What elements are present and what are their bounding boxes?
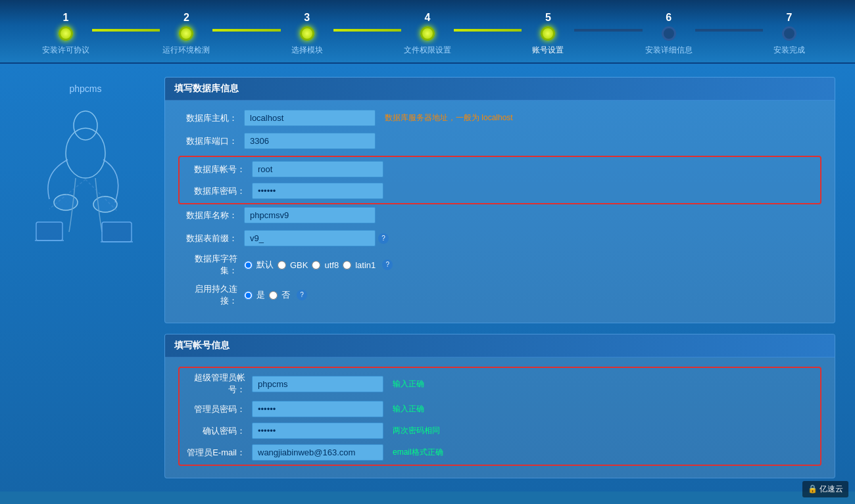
admin-email-label: 管理员E-mail：	[186, 447, 252, 459]
step-1-dot	[59, 26, 73, 41]
step-2-dot	[179, 26, 193, 41]
persist-no-radio[interactable]	[269, 291, 278, 300]
persist-help-icon[interactable]: ?	[297, 290, 307, 300]
illustration-svg	[30, 101, 141, 258]
db-highlight-group: 数据库帐号： 数据库密码：	[178, 156, 821, 204]
db-host-label: 数据库主机：	[178, 112, 244, 124]
step-4-number: 4	[425, 12, 431, 24]
step-1-number: 1	[63, 12, 69, 24]
admin-email-input[interactable]	[252, 444, 383, 461]
db-persist-label: 启用持久连接：	[178, 283, 244, 307]
db-password-label: 数据库密码：	[186, 185, 252, 197]
step-1: 1 安装许可协议	[39, 12, 92, 56]
db-password-row: 数据库密码：	[186, 183, 814, 199]
db-port-label: 数据库端口：	[178, 135, 244, 147]
step-7-dot	[782, 26, 796, 41]
step-3: 3 选择模块	[281, 12, 333, 56]
step-5-number: 5	[545, 12, 551, 24]
step-3-number: 3	[304, 12, 310, 24]
step-4-dot	[420, 26, 435, 41]
db-charset-row: 数据库字符集： 默认 GBK utf8 latin1 ?	[178, 253, 821, 277]
charset-default-radio[interactable]	[244, 261, 253, 269]
step-4-label: 文件权限设置	[404, 45, 451, 56]
connector-6	[695, 29, 763, 32]
step-3-dot	[300, 26, 314, 41]
db-charset-label: 数据库字符集：	[178, 253, 244, 277]
step-5: 5 账号设置	[522, 12, 574, 56]
admin-account-hint: 输入正确	[393, 378, 424, 390]
db-charset-radios: 默认 GBK utf8 latin1 ?	[244, 259, 393, 271]
watermark: 🔒 亿速云	[802, 481, 848, 497]
db-prefix-input[interactable]	[244, 230, 376, 246]
connector-4	[454, 29, 522, 32]
admin-email-row: 管理员E-mail： email格式正确	[186, 444, 814, 461]
connector-5	[574, 29, 642, 32]
db-account-input[interactable]	[252, 161, 383, 177]
confirm-password-row: 确认密码： 两次密码相同	[186, 423, 814, 439]
step-7-number: 7	[787, 12, 793, 24]
db-prefix-row: 数据表前缀： ?	[178, 230, 821, 246]
confirm-password-hint: 两次密码相同	[393, 425, 440, 436]
db-host-row: 数据库主机： 数据库服务器地址，一般为 localhost	[178, 110, 821, 126]
confirm-password-label: 确认密码：	[186, 425, 252, 437]
confirm-password-input[interactable]	[252, 423, 383, 439]
progress-bar-section: 1 安装许可协议 2 运行环境检测 3 选择模块 4 文件权限设置 5 账号设置	[0, 0, 855, 64]
charset-gbk-label: GBK	[290, 260, 308, 270]
db-host-hint: 数据库服务器地址，一般为 localhost	[385, 112, 513, 124]
step-2-label: 运行环境检测	[162, 45, 210, 56]
charset-utf8-radio[interactable]	[312, 261, 320, 269]
charset-help-icon[interactable]: ?	[382, 260, 393, 270]
svg-point-0	[66, 128, 105, 178]
charset-gbk-radio[interactable]	[278, 261, 286, 269]
steps-row: 1 安装许可协议 2 运行环境检测 3 选择模块 4 文件权限设置 5 账号设置	[0, 12, 855, 56]
step-6-number: 6	[666, 12, 672, 24]
phpcms-logo: phpcms	[69, 83, 101, 94]
db-persist-row: 启用持久连接： 是 否 ?	[178, 283, 821, 307]
right-panel: 填写数据库信息 数据库主机： 数据库服务器地址，一般为 localhost 数据…	[164, 77, 835, 478]
account-section-title: 填写帐号信息	[165, 334, 835, 357]
charset-latin1-label: latin1	[355, 260, 376, 270]
db-name-label: 数据库名称：	[178, 210, 244, 221]
persist-yes-label: 是	[256, 289, 265, 301]
admin-email-hint: email格式正确	[393, 447, 443, 458]
db-port-input[interactable]	[244, 133, 376, 149]
admin-account-row: 超级管理员帐号： 输入正确	[186, 372, 814, 396]
db-prefix-help-icon[interactable]: ?	[378, 233, 389, 244]
account-form-section: 填写帐号信息 超级管理员帐号： 输入正确 管理员密码： 输入正确	[164, 334, 835, 478]
svg-rect-6	[36, 222, 62, 241]
admin-account-input[interactable]	[252, 376, 383, 392]
svg-point-1	[74, 111, 97, 140]
db-section-body: 数据库主机： 数据库服务器地址，一般为 localhost 数据库端口： 数据库…	[165, 101, 835, 323]
db-name-row: 数据库名称：	[178, 207, 821, 223]
watermark-text: 亿速云	[819, 484, 843, 493]
step-5-label: 账号设置	[532, 45, 564, 56]
db-account-row: 数据库帐号：	[186, 161, 814, 177]
charset-default-label: 默认	[256, 259, 274, 271]
connector-3	[333, 29, 401, 32]
admin-password-row: 管理员密码： 输入正确	[186, 401, 814, 417]
account-highlight-group: 超级管理员帐号： 输入正确 管理员密码： 输入正确 确认密码： 两	[178, 367, 821, 466]
db-persist-radios: 是 否 ?	[244, 289, 307, 301]
db-account-label: 数据库帐号：	[186, 164, 252, 175]
charset-latin1-radio[interactable]	[343, 261, 351, 269]
db-name-input[interactable]	[244, 207, 376, 223]
step-5-dot	[541, 26, 555, 41]
persist-no-label: 否	[281, 289, 290, 301]
connector-2	[212, 29, 280, 32]
persist-yes-radio[interactable]	[244, 291, 253, 300]
step-3-label: 选择模块	[291, 45, 323, 56]
watermark-icon: 🔒	[808, 484, 818, 493]
admin-password-label: 管理员密码：	[186, 403, 252, 415]
db-prefix-label: 数据表前缀：	[178, 233, 244, 244]
step-6: 6 安装详细信息	[643, 12, 695, 56]
admin-password-hint: 输入正确	[393, 403, 424, 415]
account-section-body: 超级管理员帐号： 输入正确 管理员密码： 输入正确 确认密码： 两	[165, 357, 835, 478]
admin-password-input[interactable]	[252, 401, 383, 417]
svg-rect-4	[102, 222, 132, 242]
left-panel: phpcms	[20, 77, 151, 478]
db-host-input[interactable]	[244, 110, 376, 126]
main-content: phpcms	[0, 64, 855, 492]
step-6-dot	[662, 26, 676, 41]
db-password-input[interactable]	[252, 183, 383, 199]
step-6-label: 安装详细信息	[645, 45, 693, 56]
